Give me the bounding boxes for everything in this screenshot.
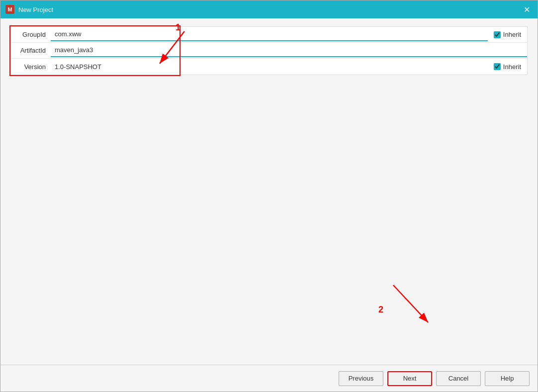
next-button[interactable]: Next — [387, 371, 432, 386]
artifactid-input-wrapper — [51, 44, 527, 57]
version-input[interactable] — [51, 61, 488, 73]
svg-line-3 — [393, 285, 428, 322]
artifactid-row: ArtifactId — [11, 43, 527, 59]
title-bar-left: M New Project — [5, 5, 53, 14]
groupid-label: GroupId — [11, 28, 51, 41]
main-content: 1 GroupId — [10, 26, 528, 75]
window-title: New Project — [18, 6, 53, 13]
version-inherit-checkbox[interactable] — [494, 63, 501, 70]
form-area: GroupId Inherit ArtifactId — [10, 26, 528, 75]
groupid-row: GroupId Inherit — [11, 27, 527, 43]
app-icon: M — [5, 5, 14, 14]
help-button[interactable]: Help — [485, 371, 530, 386]
version-input-wrapper — [51, 61, 488, 73]
annotation-arrow-2 — [378, 280, 458, 340]
close-button[interactable]: ✕ — [520, 2, 534, 16]
groupid-inherit-label: Inherit — [503, 31, 521, 38]
form-container: GroupId Inherit ArtifactId — [10, 26, 528, 75]
previous-button[interactable]: Previous — [339, 371, 383, 386]
version-label: Version — [11, 60, 51, 74]
dialog-window: M New Project ✕ 1 — [0, 0, 538, 392]
artifactid-input[interactable] — [51, 44, 527, 57]
groupid-inherit-checkbox[interactable] — [494, 31, 501, 38]
groupid-inherit-wrapper: Inherit — [488, 31, 527, 38]
dialog-content: 1 GroupId — [0, 18, 538, 365]
groupid-input[interactable] — [51, 28, 488, 41]
dialog-footer: Previous Next Cancel Help — [0, 365, 538, 392]
version-inherit-label: Inherit — [503, 63, 521, 71]
artifactid-label: ArtifactId — [11, 44, 51, 57]
version-inherit-wrapper: Inherit — [488, 63, 527, 71]
title-bar: M New Project ✕ — [0, 0, 538, 18]
cancel-button[interactable]: Cancel — [436, 371, 481, 386]
groupid-input-wrapper — [51, 28, 488, 41]
version-row: Version Inherit — [11, 59, 527, 75]
annotation-label-2: 2 — [378, 305, 383, 315]
